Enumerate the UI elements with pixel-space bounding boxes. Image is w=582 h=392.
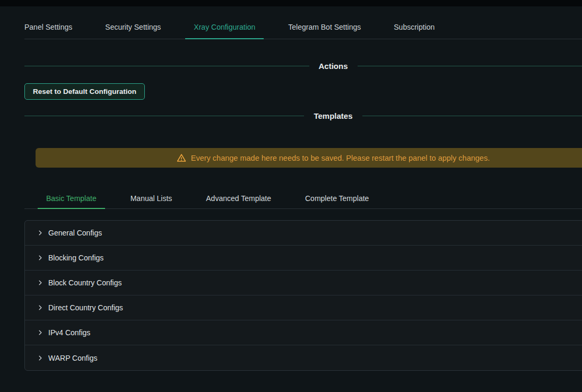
chevron-right-icon bbox=[38, 355, 43, 361]
chevron-right-icon bbox=[38, 230, 43, 236]
warning-triangle-icon bbox=[177, 153, 186, 163]
restart-warning-text: Every change made here needs to be saved… bbox=[191, 154, 490, 162]
chevron-right-icon bbox=[38, 330, 43, 335]
accordion-item-direct-country-configs[interactable]: Direct Country Configs bbox=[25, 295, 582, 320]
actions-section-title: Actions bbox=[309, 62, 358, 71]
tab-manual-lists[interactable]: Manual Lists bbox=[131, 188, 172, 208]
tab-basic-template[interactable]: Basic Template bbox=[46, 188, 97, 208]
accordion-item-label: General Configs bbox=[48, 229, 102, 237]
templates-section-title: Templates bbox=[304, 111, 362, 120]
settings-page: Panel Settings Security Settings Xray Co… bbox=[24, 15, 582, 371]
chevron-right-icon bbox=[38, 305, 43, 310]
accordion-item-label: IPv4 Configs bbox=[48, 328, 90, 337]
accordion-item-label: Direct Country Configs bbox=[48, 303, 123, 312]
tab-complete-template[interactable]: Complete Template bbox=[305, 188, 369, 208]
tab-advanced-template[interactable]: Advanced Template bbox=[206, 188, 271, 208]
accordion-item-label: Blocking Configs bbox=[48, 254, 103, 262]
restart-warning-banner: Every change made here needs to be saved… bbox=[36, 148, 582, 168]
template-tab-bar: Basic Template Manual Lists Advanced Tem… bbox=[24, 188, 582, 209]
accordion-item-blocking-configs[interactable]: Blocking Configs bbox=[25, 246, 582, 271]
tab-telegram-bot-settings[interactable]: Telegram Bot Settings bbox=[288, 15, 361, 39]
chevron-right-icon bbox=[38, 280, 43, 285]
tab-panel-settings[interactable]: Panel Settings bbox=[24, 15, 72, 39]
chevron-right-icon bbox=[38, 255, 43, 260]
actions-section-divider: Actions bbox=[24, 62, 582, 71]
reset-to-default-configuration-button[interactable]: Reset to Default Configuration bbox=[24, 83, 145, 100]
tab-security-settings[interactable]: Security Settings bbox=[105, 15, 161, 39]
configs-accordion: General Configs Blocking Configs Block C… bbox=[24, 220, 582, 371]
accordion-item-warp-configs[interactable]: WARP Configs bbox=[25, 345, 582, 370]
main-tab-bar: Panel Settings Security Settings Xray Co… bbox=[24, 15, 582, 39]
tab-subscription[interactable]: Subscription bbox=[394, 15, 435, 39]
accordion-item-label: Block Country Configs bbox=[48, 278, 122, 287]
templates-section-divider: Templates bbox=[24, 111, 582, 120]
accordion-item-general-configs[interactable]: General Configs bbox=[25, 221, 582, 246]
accordion-item-block-country-configs[interactable]: Block Country Configs bbox=[25, 271, 582, 295]
window-top-strip bbox=[0, 0, 582, 6]
accordion-item-label: WARP Configs bbox=[48, 354, 98, 362]
accordion-item-ipv4-configs[interactable]: IPv4 Configs bbox=[25, 320, 582, 345]
tab-xray-configuration[interactable]: Xray Configuration bbox=[194, 15, 255, 39]
